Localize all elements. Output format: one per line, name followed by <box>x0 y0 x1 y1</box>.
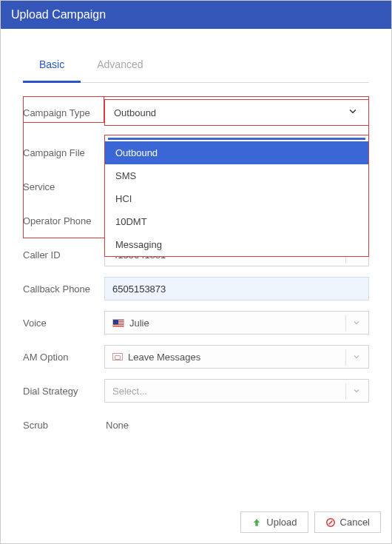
label-campaign-file: Campaign File <box>23 147 104 158</box>
svg-line-1 <box>328 520 332 524</box>
upload-button-label: Upload <box>266 517 297 528</box>
label-callback-phone: Callback Phone <box>23 283 104 295</box>
campaign-type-select[interactable]: Outbound <box>104 99 369 126</box>
field-voice: Julie <box>104 311 369 335</box>
label-campaign-type: Campaign Type <box>23 107 104 118</box>
tab-advanced[interactable]: Advanced <box>81 51 159 82</box>
tabs: Basic Advanced <box>23 51 369 83</box>
field-am-option: Leave Messages <box>104 345 369 369</box>
dropdown-option-hci[interactable]: HCI <box>105 187 368 210</box>
form: Campaign Type Outbound Outbound SMS HCI … <box>23 96 369 441</box>
cancel-button-label: Cancel <box>340 517 370 528</box>
divider <box>345 383 346 400</box>
chevron-down-icon <box>352 352 361 361</box>
modal-body: Basic Advanced Campaign Type Outbound Ou… <box>1 29 391 441</box>
footer: Upload Cancel <box>240 511 381 533</box>
chevron-down-icon <box>352 318 361 327</box>
flag-us-icon <box>112 319 124 327</box>
upload-button[interactable]: Upload <box>240 511 308 533</box>
title-text: Upload Campaign <box>11 8 106 21</box>
campaign-type-value: Outbound <box>114 107 156 118</box>
dial-strategy-select[interactable]: Select... <box>104 379 369 403</box>
dropdown-option-outbound[interactable]: Outbound <box>105 141 368 164</box>
label-scrub: Scrub <box>23 420 104 431</box>
dropdown-option-messaging[interactable]: Messaging <box>105 233 368 256</box>
campaign-type-dropdown: Outbound SMS HCI 10DMT Messaging <box>104 135 369 257</box>
chevron-down-icon <box>348 107 358 119</box>
dial-strategy-value: Select... <box>112 386 147 397</box>
tab-basic[interactable]: Basic <box>23 51 81 83</box>
dropdown-option-sms[interactable]: SMS <box>105 164 368 187</box>
scrub-value: None <box>104 420 129 431</box>
dropdown-accent-line <box>108 138 365 140</box>
dropdown-option-10dmt[interactable]: 10DMT <box>105 210 368 233</box>
label-operator-phone: Operator Phone <box>23 215 104 226</box>
message-icon <box>112 353 123 360</box>
row-dial-strategy: Dial Strategy Select... <box>23 375 369 407</box>
field-dial-strategy: Select... <box>104 379 369 403</box>
callback-phone-input[interactable] <box>104 277 369 300</box>
row-campaign-type: Campaign Type Outbound <box>23 96 369 129</box>
am-option-select[interactable]: Leave Messages <box>104 345 369 369</box>
voice-select[interactable]: Julie <box>104 311 369 335</box>
label-am-option: AM Option <box>23 352 104 363</box>
upload-arrow-icon <box>251 517 262 528</box>
chevron-down-icon <box>352 386 361 395</box>
label-caller-id: Caller ID <box>23 249 104 261</box>
modal-title: Upload Campaign <box>1 1 391 29</box>
label-dial-strategy: Dial Strategy <box>23 386 104 397</box>
field-callback-phone <box>104 277 369 300</box>
label-service: Service <box>23 181 104 192</box>
row-am-option: AM Option Leave Messages <box>23 340 369 373</box>
field-campaign-type: Outbound <box>104 99 369 126</box>
cancel-button[interactable]: Cancel <box>314 511 381 533</box>
am-option-value: Leave Messages <box>128 352 200 363</box>
label-voice: Voice <box>23 318 104 329</box>
row-callback-phone: Callback Phone <box>23 272 369 305</box>
divider <box>345 349 346 366</box>
field-scrub: None <box>104 420 369 431</box>
row-voice: Voice Julie <box>23 306 369 339</box>
voice-value: Julie <box>129 318 149 329</box>
divider <box>345 315 346 332</box>
cancel-icon <box>325 517 336 528</box>
row-scrub: Scrub None <box>23 409 369 441</box>
